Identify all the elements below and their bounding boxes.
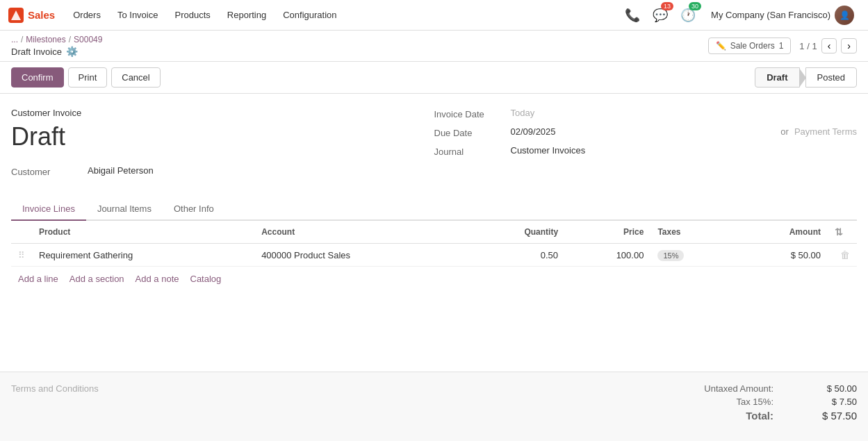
total-row: Total: $ 57.50 [676, 410, 857, 422]
row-price[interactable]: 100.00 [565, 244, 650, 267]
pagination: 1 / 1 ‹ › [799, 38, 857, 53]
invoice-date-row: Invoice Date Today [434, 108, 858, 119]
main-content: Customer Invoice Draft Customer Abigail … [0, 94, 868, 372]
phone-icon-btn[interactable]: 📞 [622, 5, 643, 26]
activity-badge: 30 [689, 2, 701, 10]
invoice-date-value[interactable]: Today [511, 108, 858, 118]
nav-right: 📞 💬 13 🕐 30 My Company (San Francisco) 👤 [622, 3, 860, 28]
company-selector[interactable]: My Company (San Francisco) 👤 [705, 3, 860, 28]
journal-value[interactable]: Customer Invoices [511, 145, 858, 156]
confirm-button[interactable]: Confirm [11, 67, 64, 88]
page-title: Draft Invoice [11, 47, 62, 57]
due-date-label: Due Date [434, 126, 511, 138]
drag-handle-icon: ⠿ [18, 250, 25, 260]
breadcrumb-title: Draft Invoice ⚙️ [11, 46, 102, 57]
user-avatar: 👤 [835, 6, 854, 25]
or-separator: or [780, 126, 789, 137]
status-steps: Draft Posted [755, 67, 857, 88]
breadcrumb-bar: ... / Milestones / S00049 Draft Invoice … [0, 31, 868, 62]
breadcrumb-milestones[interactable]: Milestones [26, 35, 65, 44]
col-account-header: Account [254, 221, 466, 244]
invoice-type-label: Customer Invoice [11, 108, 407, 118]
terms-conditions[interactable]: Terms and Conditions [11, 383, 99, 394]
prev-record-button[interactable]: ‹ [821, 38, 837, 53]
col-price-header: Price [565, 221, 650, 244]
totals-area: Untaxed Amount: $ 50.00 Tax 15%: $ 7.50 … [676, 383, 857, 424]
row-account[interactable]: 400000 Product Sales [254, 244, 466, 267]
brand-name: Sales [28, 9, 55, 21]
print-button[interactable]: Print [68, 67, 108, 88]
total-label: Total: [676, 410, 773, 422]
activity-icon-btn[interactable]: 🕐 30 [678, 5, 698, 26]
customer-value[interactable]: Abigail Peterson [88, 165, 407, 176]
row-product[interactable]: Requirement Gathering [32, 244, 254, 267]
action-buttons: Confirm Print Cancel [11, 67, 161, 88]
pagination-text: 1 / 1 [799, 41, 817, 51]
tax-label: Tax 15%: [676, 397, 773, 407]
catalog-link[interactable]: Catalog [190, 274, 222, 284]
row-quantity[interactable]: 0.50 [466, 244, 565, 267]
action-bar: Confirm Print Cancel Draft Posted [0, 62, 868, 94]
row-tax[interactable]: 15% [650, 244, 734, 267]
col-product-header: Product [32, 221, 254, 244]
form-right: Invoice Date Today Due Date 02/09/2025 o… [434, 108, 858, 184]
chat-icon-btn[interactable]: 💬 13 [650, 5, 671, 26]
journal-row: Journal Customer Invoices [434, 145, 858, 157]
breadcrumb-record[interactable]: S00049 [74, 35, 102, 44]
breadcrumb-back[interactable]: ... [11, 35, 18, 44]
add-links: Add a line Add a section Add a note Cata… [11, 267, 857, 291]
col-amount-header: Amount [734, 221, 828, 244]
nav-products[interactable]: Products [167, 4, 217, 26]
sale-orders-count: 1 [779, 41, 784, 51]
total-value: $ 57.50 [801, 410, 857, 422]
tax-value: $ 7.50 [801, 397, 857, 407]
delete-row-icon[interactable]: 🗑 [840, 249, 850, 260]
invoice-table: Product Account Quantity Price Taxes Amo… [11, 221, 857, 267]
untaxed-value: $ 50.00 [801, 383, 857, 394]
navbar: Sales Orders To Invoice Products Reporti… [0, 0, 868, 31]
sale-orders-label: Sale Orders [730, 41, 775, 51]
tab-invoice-lines[interactable]: Invoice Lines [11, 198, 86, 221]
invoice-footer: Terms and Conditions Untaxed Amount: $ 5… [0, 372, 868, 435]
form-left: Customer Invoice Draft Customer Abigail … [11, 108, 434, 184]
col-drag [11, 221, 32, 244]
tax-badge: 15% [657, 250, 684, 261]
payment-terms-placeholder[interactable]: Payment Terms [794, 126, 857, 137]
journal-label: Journal [434, 145, 511, 157]
nav-configuration[interactable]: Configuration [276, 4, 343, 26]
add-note-link[interactable]: Add a note [136, 274, 179, 284]
settings-icon[interactable]: ⚙️ [66, 46, 78, 57]
brand-logo [8, 8, 24, 23]
customer-label: Customer [11, 165, 88, 177]
untaxed-label: Untaxed Amount: [676, 383, 773, 394]
row-delete[interactable]: 🗑 [828, 244, 857, 267]
cancel-button[interactable]: Cancel [111, 67, 160, 88]
nav-reporting[interactable]: Reporting [220, 4, 273, 26]
nav-orders[interactable]: Orders [66, 4, 108, 26]
chat-badge: 13 [661, 2, 673, 10]
drag-handle[interactable]: ⠿ [11, 244, 32, 267]
table-row: ⠿ Requirement Gathering 400000 Product S… [11, 244, 857, 267]
col-quantity-header: Quantity [466, 221, 565, 244]
status-draft[interactable]: Draft [755, 67, 799, 88]
spacer [11, 291, 857, 333]
tab-journal-items[interactable]: Journal Items [86, 198, 163, 221]
nav-links: Orders To Invoice Products Reporting Con… [66, 4, 622, 26]
due-date-value[interactable]: 02/09/2025 [511, 126, 776, 137]
next-record-button[interactable]: › [841, 38, 857, 53]
customer-field-row: Customer Abigail Peterson [11, 165, 407, 177]
col-adjust-header: ⇅ [828, 221, 857, 244]
invoice-status-title: Draft [11, 122, 407, 151]
tab-other-info[interactable]: Other Info [163, 198, 225, 221]
untaxed-row: Untaxed Amount: $ 50.00 [676, 383, 857, 394]
add-line-link[interactable]: Add a line [18, 274, 58, 284]
sale-orders-button[interactable]: ✏️ Sale Orders 1 [708, 38, 792, 54]
invoice-form: Customer Invoice Draft Customer Abigail … [11, 108, 857, 184]
status-posted[interactable]: Posted [805, 67, 857, 88]
due-date-row: Due Date 02/09/2025 or Payment Terms [434, 126, 858, 138]
brand: Sales [8, 8, 55, 23]
add-section-link[interactable]: Add a section [69, 274, 124, 284]
breadcrumb: ... / Milestones / S00049 [11, 35, 102, 44]
nav-to-invoice[interactable]: To Invoice [110, 4, 165, 26]
company-name: My Company (San Francisco) [711, 10, 830, 20]
